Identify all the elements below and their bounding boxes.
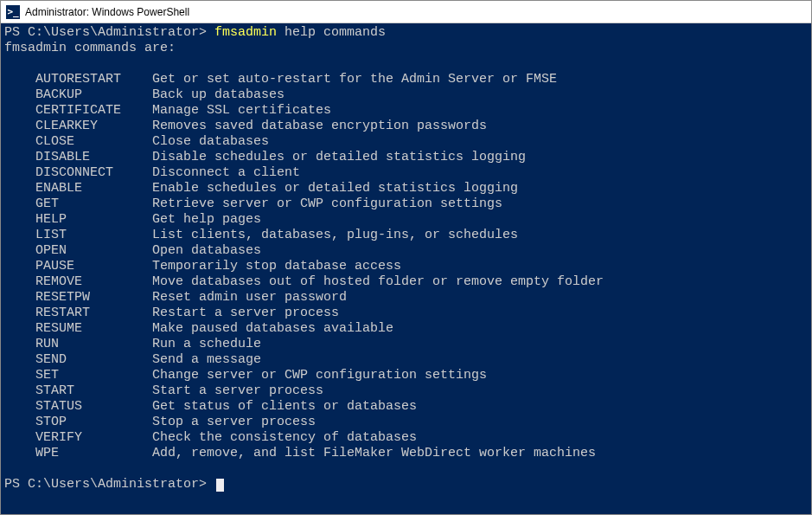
command-name: REMOVE bbox=[35, 274, 152, 290]
command-row: CLOSEClose databases bbox=[4, 134, 808, 150]
command-name: OPEN bbox=[35, 243, 152, 259]
command-row: HELPGet help pages bbox=[4, 212, 808, 228]
command-name: PAUSE bbox=[35, 259, 152, 274]
command-desc: Enable schedules or detailed statistics … bbox=[152, 181, 518, 196]
command-name: STATUS bbox=[35, 399, 152, 415]
command-row: RESETPWReset admin user password bbox=[4, 290, 808, 306]
command-name: DISCONNECT bbox=[35, 165, 152, 181]
command-desc: Restart a server process bbox=[152, 306, 339, 320]
command-desc: Start a server process bbox=[152, 383, 323, 398]
cursor bbox=[216, 479, 224, 492]
command-desc: Get help pages bbox=[152, 212, 261, 227]
command-name: RESUME bbox=[35, 321, 152, 337]
command-row: REMOVEMove databases out of hosted folde… bbox=[4, 274, 808, 290]
command-desc: Disconnect a client bbox=[152, 165, 300, 180]
command-desc: Open databases bbox=[152, 243, 261, 258]
command-desc: Manage SSL certificates bbox=[152, 103, 331, 118]
command-row: RUNRun a schedule bbox=[4, 337, 808, 352]
prompt-prefix: PS C:\Users\Administrator> bbox=[4, 25, 214, 40]
command-row: GETRetrieve server or CWP configuration … bbox=[4, 196, 808, 212]
command-row: STATUSGet status of clients or databases bbox=[4, 399, 808, 415]
command-name: HELP bbox=[35, 212, 152, 228]
output-header: fmsadmin commands are: bbox=[4, 41, 808, 56]
prompt-line-1: PS C:\Users\Administrator> fmsadmin help… bbox=[4, 25, 808, 41]
command-row: SETChange server or CWP configuration se… bbox=[4, 368, 808, 383]
blank-line bbox=[4, 461, 808, 477]
command-name: DISABLE bbox=[35, 150, 152, 165]
command-desc: Retrieve server or CWP configuration set… bbox=[152, 196, 502, 211]
command-name: CLEARKEY bbox=[35, 119, 152, 134]
command-desc: Add, remove, and list FileMaker WebDirec… bbox=[152, 446, 596, 460]
command-name: AUTORESTART bbox=[35, 72, 152, 87]
titlebar[interactable]: >_ Administrator: Windows PowerShell bbox=[1, 1, 811, 23]
command-desc: Run a schedule bbox=[152, 337, 261, 351]
command-name: VERIFY bbox=[35, 430, 152, 446]
command-name: RESTART bbox=[35, 306, 152, 321]
command-name: SET bbox=[35, 368, 152, 383]
command-row: STARTStart a server process bbox=[4, 383, 808, 399]
command-args: help commands bbox=[277, 25, 386, 40]
command-row: VERIFYCheck the consistency of databases bbox=[4, 430, 808, 446]
command-name: RUN bbox=[35, 337, 152, 352]
command-name: BACKUP bbox=[35, 87, 152, 103]
command-desc: Send a message bbox=[152, 352, 261, 367]
blank-line bbox=[4, 56, 808, 72]
command-row: STOPStop a server process bbox=[4, 415, 808, 430]
command-row: RESTARTRestart a server process bbox=[4, 306, 808, 321]
command-desc: Disable schedules or detailed statistics… bbox=[152, 150, 526, 164]
command-name: ENABLE bbox=[35, 181, 152, 196]
command-row: LISTList clients, databases, plug-ins, o… bbox=[4, 228, 808, 243]
powershell-window: >_ Administrator: Windows PowerShell PS … bbox=[0, 0, 812, 515]
command-name: CERTIFICATE bbox=[35, 103, 152, 119]
command-row: WPEAdd, remove, and list FileMaker WebDi… bbox=[4, 446, 808, 461]
command-desc: Reset admin user password bbox=[152, 290, 347, 305]
command-name: STOP bbox=[35, 415, 152, 430]
terminal-output[interactable]: PS C:\Users\Administrator> fmsadmin help… bbox=[1, 23, 811, 514]
command-row: CERTIFICATEManage SSL certificates bbox=[4, 103, 808, 119]
command-row: OPENOpen databases bbox=[4, 243, 808, 259]
command-name: WPE bbox=[35, 446, 152, 461]
command-row: CLEARKEYRemoves saved database encryptio… bbox=[4, 119, 808, 134]
command-exe: fmsadmin bbox=[214, 25, 277, 40]
command-desc: Change server or CWP configuration setti… bbox=[152, 368, 487, 383]
command-name: START bbox=[35, 383, 152, 399]
command-name: GET bbox=[35, 196, 152, 212]
command-name: LIST bbox=[35, 228, 152, 243]
powershell-icon: >_ bbox=[6, 5, 20, 19]
command-row: SENDSend a message bbox=[4, 352, 808, 368]
prompt-prefix: PS C:\Users\Administrator> bbox=[4, 477, 214, 492]
command-desc: Temporarily stop database access bbox=[152, 259, 401, 274]
command-desc: Back up databases bbox=[152, 87, 285, 102]
command-name: RESETPW bbox=[35, 290, 152, 306]
command-row: BACKUPBack up databases bbox=[4, 87, 808, 103]
command-row: DISABLEDisable schedules or detailed sta… bbox=[4, 150, 808, 165]
command-desc: Close databases bbox=[152, 134, 269, 149]
command-row: DISCONNECTDisconnect a client bbox=[4, 165, 808, 181]
command-row: AUTORESTARTGet or set auto-restart for t… bbox=[4, 72, 808, 87]
command-desc: Get status of clients or databases bbox=[152, 399, 417, 414]
command-desc: Stop a server process bbox=[152, 415, 316, 429]
command-desc: Get or set auto-restart for the Admin Se… bbox=[152, 72, 557, 87]
command-desc: Check the consistency of databases bbox=[152, 430, 417, 445]
command-desc: List clients, databases, plug-ins, or sc… bbox=[152, 228, 518, 242]
command-name: SEND bbox=[35, 352, 152, 368]
command-row: RESUMEMake paused databases available bbox=[4, 321, 808, 337]
command-desc: Removes saved database encryption passwo… bbox=[152, 119, 487, 133]
command-desc: Make paused databases available bbox=[152, 321, 393, 336]
command-row: PAUSETemporarily stop database access bbox=[4, 259, 808, 274]
prompt-line-2: PS C:\Users\Administrator> bbox=[4, 477, 808, 492]
window-title: Administrator: Windows PowerShell bbox=[25, 6, 189, 18]
command-name: CLOSE bbox=[35, 134, 152, 150]
command-row: ENABLEEnable schedules or detailed stati… bbox=[4, 181, 808, 196]
command-desc: Move databases out of hosted folder or r… bbox=[152, 274, 604, 289]
